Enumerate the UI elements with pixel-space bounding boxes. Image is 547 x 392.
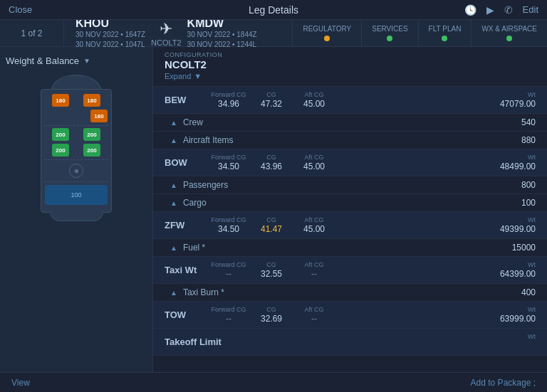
status-badges: REGULATORY SERVICES FLT PLAN WX & AIRSPA…	[292, 20, 547, 46]
seat-1b: 180	[83, 94, 100, 107]
crew-value: 540	[521, 117, 536, 127]
badge-label: SERVICES	[372, 25, 407, 33]
main-content: Weight & Balance ▼ 180 180	[0, 47, 547, 372]
config-name: NCOLT2	[165, 58, 536, 70]
badge-flt-plan[interactable]: FLT PLAN	[418, 20, 472, 46]
fuel-value: 15000	[512, 243, 536, 253]
takeoff-cg	[264, 337, 307, 347]
aircraft-items-value: 880	[521, 135, 536, 145]
seat-row-1: 180 180	[44, 94, 108, 107]
badge-label: FLT PLAN	[429, 25, 462, 33]
nav-bar: 1 of 2 KHOU 30 NOV 2022 • 1647Z 30 NOV 2…	[0, 20, 547, 47]
origin-airport: KHOU 30 NOV 2022 • 1647Z 30 NOV 2022 • 1…	[75, 17, 145, 50]
tow-forward-cg: Forward CG --	[207, 306, 250, 324]
badge-label: WX & AIRSPACE	[481, 25, 537, 33]
bew-cg-headers: Forward CG 34.96 CG 47.32 Aft CG 45.00	[207, 91, 486, 109]
takeoff-limit-label: Takeoff Limit	[165, 337, 222, 347]
bew-section: BEW Forward CG 34.96 CG 47.32 Aft CG 45.…	[153, 87, 547, 149]
taxiwt-forward-cg: Forward CG --	[207, 261, 250, 279]
video-icon[interactable]: ▶	[486, 4, 494, 16]
tow-label: TOW	[165, 309, 207, 320]
bow-section: BOW Forward CG 34.50 CG 43.96 Aft CG 45.…	[153, 149, 547, 212]
header-icons: 🕓 ▶ ✆ Edit	[464, 4, 538, 16]
clock-icon[interactable]: 🕓	[464, 4, 476, 16]
tow-section: TOW Forward CG -- CG 32.69 Aft CG --	[153, 302, 547, 329]
close-button[interactable]: Close	[9, 4, 32, 15]
zfw-wt: Wt 49399.00	[486, 216, 536, 234]
seat-1a: 180	[52, 94, 69, 107]
bow-label: BOW	[165, 157, 207, 168]
badge-services[interactable]: SERVICES	[361, 20, 417, 46]
chevron-up-icon-3: ▲	[170, 181, 177, 189]
page-title: Leg Details	[249, 4, 298, 16]
tow-cg-headers: Forward CG -- CG 32.69 Aft CG --	[207, 306, 486, 324]
taxiwt-section: Taxi Wt Forward CG -- CG 32.55 Aft CG --	[153, 257, 547, 302]
bow-cg-headers: Forward CG 34.50 CG 43.96 Aft CG 45.00	[207, 154, 486, 171]
tow-row: TOW Forward CG -- CG 32.69 Aft CG --	[153, 302, 547, 328]
regulatory-dot	[324, 36, 330, 41]
fuel-label: Fuel *	[183, 243, 512, 253]
bow-wt: Wt 48499.00	[486, 154, 536, 171]
zfw-label: ZFW	[165, 220, 207, 231]
seat-3b: 200	[83, 128, 100, 141]
taxiburn-value: 400	[521, 287, 536, 297]
config-label: CONFIGURATION	[165, 51, 536, 58]
bew-aft-cg: Aft CG 45.00	[293, 91, 335, 109]
seat-4b: 200	[83, 144, 100, 157]
takeoff-cg-headers	[222, 337, 486, 347]
expand-chevron-icon: ▼	[194, 72, 202, 80]
bow-forward-cg: Forward CG 34.50	[207, 154, 250, 171]
bew-forward-cg: Forward CG 34.96	[207, 91, 250, 109]
bow-row: BOW Forward CG 34.50 CG 43.96 Aft CG 45.…	[153, 149, 547, 176]
galley-icon: ⊕	[69, 164, 83, 178]
cargo-value: 100	[521, 198, 536, 208]
view-button[interactable]: View	[11, 378, 30, 388]
seat-map-panel: Weight & Balance ▼ 180 180	[0, 47, 153, 372]
expand-button[interactable]: Expand ▼	[165, 70, 536, 82]
bew-wt: Wt 47079.00	[486, 91, 536, 109]
aircraft-items-row: ▲ Aircraft Items 880	[153, 131, 547, 149]
seat-4a: 200	[52, 144, 69, 157]
taxiwt-wt: Wt 64399.00	[486, 261, 536, 279]
destination-airport: KMDW 30 NOV 2022 • 1844Z 30 NOV 2022 • 1…	[187, 17, 257, 50]
passengers-row: ▲ Passengers 800	[153, 176, 547, 194]
chevron-up-icon-5: ▲	[170, 244, 177, 252]
seat-3a: 200	[52, 128, 69, 141]
aircraft-items-label: Aircraft Items	[183, 135, 521, 145]
crew-row: ▲ Crew 540	[153, 113, 547, 131]
phone-icon[interactable]: ✆	[504, 4, 513, 16]
cargo-row: ▲ Cargo 100	[153, 194, 547, 211]
badge-label: REGULATORY	[303, 25, 351, 33]
wb-header[interactable]: Weight & Balance ▼	[6, 53, 147, 72]
takeoff-forward-cg	[222, 337, 264, 347]
taxiburn-label: Taxi Burn *	[183, 287, 521, 297]
zfw-aft-cg: Aft CG 45.00	[293, 216, 335, 234]
expand-label: Expand	[165, 72, 191, 80]
fuel-row: ▲ Fuel * 15000	[153, 238, 547, 256]
bew-cg: CG 47.32	[250, 91, 293, 109]
chevron-up-icon-6: ▲	[170, 289, 177, 297]
bew-label: BEW	[165, 95, 207, 105]
aircraft-icon: ✈	[160, 20, 172, 38]
edit-button[interactable]: Edit	[523, 4, 538, 15]
passengers-label: Passengers	[183, 180, 521, 190]
chevron-up-icon-4: ▲	[170, 199, 177, 207]
chevron-up-icon-2: ▲	[170, 137, 177, 144]
wb-title: Weight & Balance	[6, 55, 79, 66]
header: Close Leg Details 🕓 ▶ ✆ Edit	[0, 0, 547, 20]
badge-regulatory[interactable]: REGULATORY	[292, 20, 361, 46]
config-header: CONFIGURATION NCOLT2 Expand ▼	[153, 47, 547, 87]
add-to-package-button[interactable]: Add to Package ;	[471, 378, 536, 388]
cargo-label: Cargo	[183, 198, 521, 208]
badge-wx-airspace[interactable]: WX & AIRSPACE	[471, 20, 547, 46]
bow-cg: CG 43.96	[250, 154, 293, 171]
zfw-row: ZFW Forward CG 34.50 CG 41.47 Aft CG 45.…	[153, 212, 547, 238]
takeoff-limit-row: Takeoff Limit Wt	[153, 329, 547, 355]
services-dot	[387, 36, 392, 41]
wx-dot	[506, 36, 512, 41]
tow-cg: CG 32.69	[250, 306, 293, 324]
takeoff-limit-section: Takeoff Limit Wt	[153, 329, 547, 356]
zfw-cg-headers: Forward CG 34.50 CG 41.47 Aft CG 45.00	[207, 216, 486, 234]
tow-aft-cg: Aft CG --	[293, 306, 335, 324]
crew-label: Crew	[183, 117, 521, 127]
